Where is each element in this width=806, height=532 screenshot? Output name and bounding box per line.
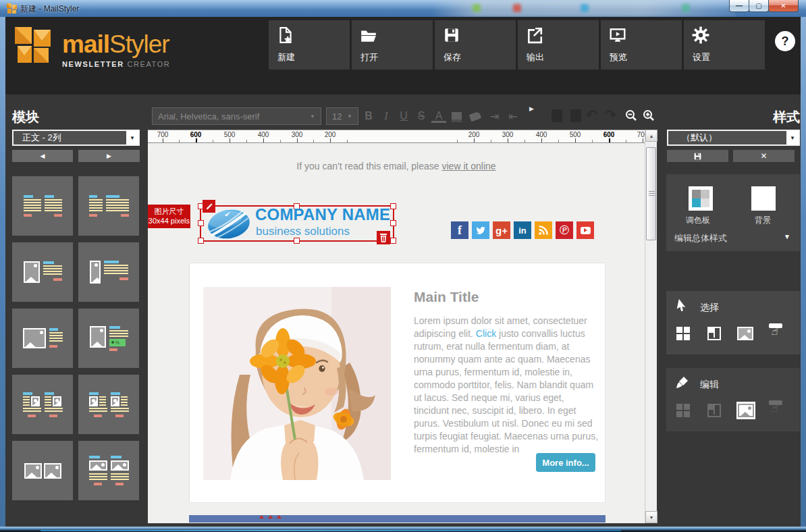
- select-button-element-button[interactable]: ☝: [768, 323, 785, 341]
- indent-increase-button[interactable]: ⇥: [487, 110, 502, 123]
- chevron-down-icon[interactable]: ▼: [786, 131, 799, 144]
- toolbar-open-button[interactable]: 打开: [352, 20, 433, 70]
- select-cell-button[interactable]: [705, 325, 723, 342]
- view-online-link[interactable]: view it online: [441, 161, 495, 171]
- mailstyler-logo-icon: [14, 26, 53, 68]
- minimize-button[interactable]: —: [729, 0, 749, 12]
- module-thumbnail-image-portrait-text[interactable]: [12, 242, 73, 302]
- palette-icon: [692, 190, 709, 207]
- pinterest-icon[interactable]: ℗: [556, 221, 573, 239]
- background-color-button[interactable]: [751, 186, 776, 211]
- article-photo[interactable]: [203, 287, 391, 483]
- grid-cell-icon: [707, 327, 721, 340]
- maximize-button[interactable]: ▢: [749, 0, 769, 12]
- select-image-button[interactable]: [736, 325, 754, 342]
- rss-icon[interactable]: [535, 221, 552, 239]
- module-page-prev-button[interactable]: ◀: [12, 150, 73, 162]
- module-category-dropdown[interactable]: 正文 - 2列 ▼: [12, 130, 140, 146]
- selection-handle-s[interactable]: [294, 238, 300, 244]
- help-button[interactable]: ?: [775, 31, 795, 51]
- style-preset-dropdown[interactable]: （默认） ▼: [667, 130, 800, 146]
- paste-button[interactable]: [552, 109, 562, 122]
- delete-image-button[interactable]: [377, 231, 390, 244]
- style-preset-value: （默认）: [682, 132, 717, 144]
- horizontal-ruler: 700 600 500 400 300 200 200 300 400 500 …: [148, 130, 645, 143]
- selection-handle-sw[interactable]: [198, 238, 204, 244]
- chevron-down-icon[interactable]: ▼: [126, 131, 138, 144]
- selection-handle-w[interactable]: [198, 220, 204, 226]
- expand-overall-style-icon[interactable]: ▼: [784, 233, 790, 240]
- more-info-button[interactable]: More info...: [536, 453, 595, 472]
- palette-button[interactable]: [689, 186, 713, 211]
- toolbar-settings-button[interactable]: 设置: [684, 20, 765, 70]
- chevron-down-icon: ▼: [310, 113, 315, 119]
- edit-module-button[interactable]: [674, 402, 692, 419]
- eraser-button[interactable]: [469, 111, 482, 122]
- image-icon: [737, 327, 753, 340]
- desktop-blur-dot: [513, 4, 521, 12]
- module-thumbnail-2col-image-text[interactable]: [78, 441, 139, 500]
- font-color-button[interactable]: A: [431, 110, 446, 123]
- module-thumbnail-image-landscape-text[interactable]: [12, 309, 73, 368]
- select-label: 选择: [700, 302, 719, 314]
- selection-handle-ne[interactable]: [390, 203, 396, 209]
- desktop-blur-dot: [682, 4, 690, 12]
- module-thumbnail-image-narrow-text[interactable]: [78, 242, 139, 302]
- toolbar-preview-button[interactable]: 预览: [601, 20, 682, 70]
- style-delete-button[interactable]: ✕: [733, 150, 795, 162]
- undo-icon[interactable]: ↶: [586, 107, 597, 123]
- linkedin-icon[interactable]: in: [514, 221, 531, 239]
- newsletter-content-block[interactable]: Main Title Lorem ipsum dolor sit amet, c…: [189, 263, 606, 503]
- zoom-out-icon[interactable]: [624, 109, 638, 125]
- toolbar-save-button[interactable]: 保存: [435, 20, 516, 70]
- toolbar-export-button[interactable]: 输出: [518, 20, 599, 70]
- paste-special-button[interactable]: [570, 109, 581, 122]
- module-thumbnail-text-2col[interactable]: [12, 176, 73, 236]
- company-logo-globe[interactable]: [206, 207, 252, 243]
- close-button[interactable]: ✕: [768, 0, 799, 12]
- selection-handle-e[interactable]: [390, 220, 396, 226]
- module-thumbnail-image-text-price-tag[interactable]: %: [78, 309, 139, 368]
- edit-image-button-active[interactable]: [736, 402, 755, 419]
- youtube-icon[interactable]: [576, 221, 594, 239]
- highlight-color-button[interactable]: [452, 112, 462, 122]
- grid-icon: [676, 404, 690, 417]
- google-plus-icon[interactable]: g+: [493, 221, 510, 239]
- bold-button[interactable]: B: [361, 110, 376, 122]
- select-module-button[interactable]: [674, 325, 692, 342]
- toolbar-open-label: 打开: [360, 51, 378, 63]
- next-block-top-bar[interactable]: [189, 515, 606, 523]
- scroll-up-button[interactable]: ▲: [645, 130, 657, 142]
- font-size-dropdown[interactable]: 12 ▼: [326, 107, 358, 125]
- module-thumbnail-2col-image-left-text[interactable]: [78, 375, 139, 434]
- title-bar[interactable]: 新建 - MailStyler — ▢ ✕: [0, 0, 806, 17]
- indent-decrease-button[interactable]: ⇤: [506, 110, 520, 123]
- desktop-blur-dot: [581, 4, 589, 12]
- module-thumbnail-two-images[interactable]: [12, 441, 73, 500]
- canvas-scrollbar[interactable]: ▲ ▼: [645, 130, 657, 523]
- font-family-dropdown[interactable]: Arial, Helvetica, sans-serif ▼: [152, 107, 321, 125]
- edit-cell-button[interactable]: [705, 402, 723, 419]
- underline-button[interactable]: U: [396, 110, 411, 122]
- module-page-next-button[interactable]: ▶: [78, 150, 140, 162]
- redo-icon[interactable]: ↷: [605, 107, 616, 123]
- edit-overall-style-label[interactable]: 编辑总体样式: [674, 232, 727, 244]
- youtube-play-icon: [581, 227, 591, 234]
- scroll-down-button[interactable]: ▼: [645, 511, 657, 523]
- module-thumbnail-2col-text-image-right[interactable]: [12, 375, 73, 434]
- toolbar-expand-arrow[interactable]: ▶: [529, 105, 534, 112]
- scrollbar-thumb[interactable]: [646, 147, 656, 240]
- twitter-icon[interactable]: [472, 221, 489, 239]
- strikethrough-button[interactable]: S: [414, 110, 429, 122]
- toolbar-new-button[interactable]: 新建: [269, 20, 350, 70]
- edit-button-element-button[interactable]: ☝: [768, 400, 785, 418]
- style-save-button[interactable]: [667, 150, 728, 162]
- design-canvas[interactable]: If you can't read this email, please vie…: [148, 143, 645, 523]
- selection-handle-se[interactable]: [390, 238, 396, 244]
- italic-button[interactable]: I: [379, 110, 394, 122]
- new-document-icon: [277, 26, 294, 47]
- zoom-in-icon[interactable]: [642, 109, 655, 125]
- facebook-icon[interactable]: f: [451, 221, 468, 239]
- module-thumbnail-text-2col-wide[interactable]: [78, 176, 139, 236]
- click-link[interactable]: Click: [476, 328, 496, 339]
